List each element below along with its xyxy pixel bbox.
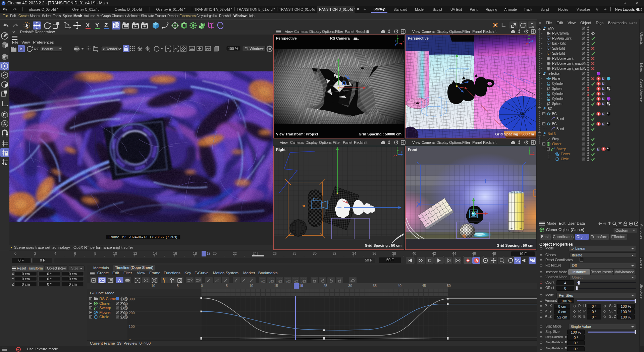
svg-text:RT: RT bbox=[34, 47, 39, 51]
svg-text:Z: Z bbox=[533, 37, 535, 40]
svg-text:Perspective: Perspective bbox=[408, 36, 429, 40]
svg-text:X: X bbox=[402, 40, 404, 43]
svg-text:A: A bbox=[118, 278, 121, 283]
svg-text:E: E bbox=[3, 113, 6, 117]
svg-text:A: A bbox=[278, 280, 280, 283]
svg-text:A: A bbox=[302, 280, 304, 283]
svg-text:A: A bbox=[476, 258, 478, 262]
svg-text:A: A bbox=[294, 280, 296, 283]
svg-text:< Render >: < Render > bbox=[103, 47, 120, 51]
svg-text:Y: Y bbox=[95, 22, 99, 28]
svg-text:S: S bbox=[125, 311, 127, 314]
svg-text:PV: PV bbox=[206, 47, 210, 51]
svg-text:G: G bbox=[149, 50, 150, 52]
svg-text:A: A bbox=[269, 280, 271, 283]
svg-text:S: S bbox=[125, 316, 127, 319]
svg-text:X: X bbox=[524, 41, 526, 44]
svg-text:A: A bbox=[530, 258, 532, 262]
svg-text:A: A bbox=[3, 122, 6, 126]
svg-text:Grid Spacing : 50 cm: Grid Spacing : 50 cm bbox=[365, 243, 402, 247]
svg-text:Y: Y bbox=[528, 35, 530, 38]
svg-text:A: A bbox=[261, 280, 263, 283]
svg-text:X: X bbox=[393, 154, 395, 157]
svg-text:A: A bbox=[4, 162, 7, 166]
svg-text:X: X bbox=[86, 22, 90, 28]
svg-text:Grid Spacing : 50 cm: Grid Spacing : 50 cm bbox=[497, 243, 534, 247]
svg-text:S: S bbox=[125, 298, 127, 301]
svg-text:S: S bbox=[125, 307, 127, 310]
svg-text:X: X bbox=[533, 151, 535, 154]
svg-text:Z: Z bbox=[104, 22, 108, 28]
svg-text:Y: Y bbox=[397, 35, 399, 37]
svg-text:Grid Spacing : 500 cm: Grid Spacing : 500 cm bbox=[495, 132, 534, 136]
svg-text:Perspective: Perspective bbox=[276, 36, 297, 40]
svg-text:RGB: RGB bbox=[74, 48, 80, 50]
svg-text:Front: Front bbox=[408, 148, 417, 152]
svg-text:Grid Spacing : 50000 cm: Grid Spacing : 50000 cm bbox=[359, 132, 401, 136]
svg-text:RS Camera: RS Camera bbox=[330, 36, 350, 40]
svg-text:Y: Y bbox=[397, 146, 399, 149]
svg-text:View Transform: Project: View Transform: Project bbox=[276, 132, 318, 136]
svg-text:Beauty: Beauty bbox=[42, 47, 53, 51]
svg-text:A: A bbox=[286, 280, 288, 283]
svg-text:Z: Z bbox=[395, 40, 396, 43]
svg-text:Z: Z bbox=[401, 151, 402, 154]
svg-text:Right: Right bbox=[276, 148, 285, 152]
svg-text:Y: Y bbox=[529, 146, 531, 149]
svg-text:S: S bbox=[125, 302, 127, 305]
